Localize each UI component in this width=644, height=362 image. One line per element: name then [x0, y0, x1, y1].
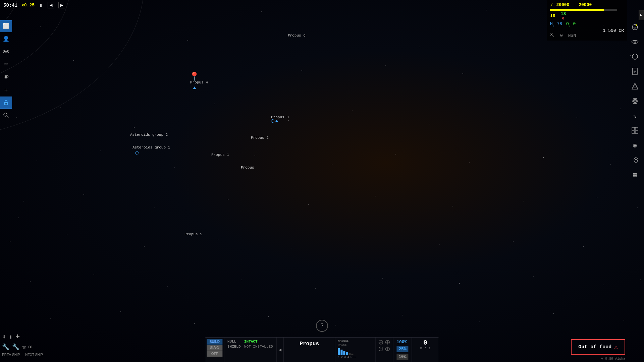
sidebar-gear1-icon[interactable]: ⊙⊙: [0, 46, 12, 58]
next-time-button[interactable]: ▶: [58, 2, 65, 8]
svg-point-43: [308, 204, 309, 204]
right-grid2-icon[interactable]: ▦: [628, 168, 642, 182]
planet-label-propus2[interactable]: Propus 2: [251, 136, 269, 140]
asteroid-group-2[interactable]: Asteroids group 2: [130, 133, 168, 137]
credits-display: 1 500 CR: [550, 28, 624, 33]
svg-point-49: [10, 241, 10, 242]
svg-point-58: [627, 238, 627, 238]
svg-point-48: [637, 207, 637, 208]
top-right-hud: ⚡ 20000 | 20000 18 180 H2 78 O2 0 1 500 …: [547, 0, 627, 41]
range-bar-4[interactable]: [346, 352, 348, 355]
svg-line-93: [7, 116, 8, 118]
range-bar-3[interactable]: [343, 351, 345, 355]
svg-point-11: [73, 60, 74, 61]
slvg-button[interactable]: SLVG: [207, 345, 222, 351]
range-bar-2[interactable]: [340, 350, 342, 355]
right-document-icon[interactable]: [628, 64, 642, 78]
svg-rect-110: [635, 131, 638, 133]
ship-name: Propus: [289, 339, 329, 349]
range-numbers: 1 2 3 4 5 6: [338, 356, 372, 359]
pct-panel: 100% 25% 10%: [393, 338, 412, 362]
game-speed: x0.25: [21, 3, 35, 8]
svg-point-37: [543, 157, 544, 158]
plus-icon[interactable]: +: [15, 333, 20, 341]
right-arrow-icon[interactable]: ↘: [628, 109, 642, 123]
svg-point-44: [375, 196, 376, 196]
right-grid-icon[interactable]: [628, 123, 642, 137]
bottom-hud: BUILD SLVG OFF HULL INTACT SHIELD NOT IN…: [205, 337, 438, 362]
planet-label-propus6[interactable]: Propus 6: [288, 34, 306, 38]
prev-time-button[interactable]: ◀: [48, 2, 54, 8]
svg-point-61: [167, 286, 168, 287]
right-eye-icon[interactable]: [628, 35, 642, 49]
hud-collapse-left[interactable]: ◀: [277, 338, 283, 362]
off-button[interactable]: OFF: [207, 351, 222, 357]
svg-point-3: [261, 11, 262, 12]
download-icon[interactable]: ⬇: [2, 333, 6, 341]
right-eye2-icon[interactable]: ◉: [628, 138, 642, 152]
svg-point-25: [352, 111, 353, 111]
svg-point-34: [332, 164, 332, 164]
right-atom-icon[interactable]: [628, 94, 642, 108]
range-bar-1[interactable]: [338, 348, 340, 355]
right-spiral-icon[interactable]: [628, 153, 642, 167]
prev-ship-button[interactable]: PREV SHIP: [2, 353, 20, 357]
wrench-icon[interactable]: 🔧: [2, 343, 9, 351]
right-triangle-grid-icon[interactable]: [628, 79, 642, 93]
svg-point-45: [452, 206, 453, 206]
planet-propus3[interactable]: Propus 3: [271, 115, 289, 119]
location-pin[interactable]: 📍: [189, 71, 200, 82]
top-left-hud: 50:41 x0.25 II ◀ ▶: [0, 0, 68, 10]
planet-label-propus5[interactable]: Propus 5: [184, 232, 202, 236]
sidebar-crew-icon[interactable]: 👤: [0, 33, 12, 45]
sidebar-search-icon[interactable]: [0, 109, 12, 121]
svg-point-59: [30, 281, 30, 282]
svg-rect-107: [632, 127, 635, 130]
svg-point-63: [315, 288, 316, 289]
sidebar-cube-icon[interactable]: ⬜: [0, 20, 12, 32]
svg-point-27: [503, 114, 503, 114]
collapse-panel-button[interactable]: ▶: [639, 10, 644, 20]
weapon-slots: [375, 338, 393, 362]
mode-buttons-panel: BUILD SLVG OFF: [205, 338, 224, 362]
sidebar-hp-label[interactable]: HP: [0, 71, 12, 83]
sidebar-gear2-icon[interactable]: ⊙⊙: [0, 58, 12, 70]
right-refresh-icon[interactable]: [628, 20, 642, 34]
infinity-icon[interactable]: ∞: [29, 343, 33, 351]
manual-label: MANUAL: [338, 340, 372, 343]
out-of-food-notification[interactable]: Out of food ⚠: [571, 339, 625, 355]
pause-button[interactable]: II: [39, 2, 44, 8]
pct-10[interactable]: 10%: [396, 354, 408, 360]
planet-label-propus1[interactable]: Propus 1: [211, 153, 229, 157]
upload-icon[interactable]: ⬆: [9, 333, 13, 341]
svg-point-71: [194, 323, 195, 323]
h2-label: H2 78: [550, 21, 562, 27]
range-bar-6[interactable]: [351, 354, 353, 355]
svg-point-22: [134, 127, 135, 128]
svg-point-53: [291, 248, 292, 248]
target-icon-2: [385, 340, 390, 345]
svg-point-1: [114, 15, 114, 15]
svg-point-60: [94, 275, 94, 275]
sidebar-crosshair-icon[interactable]: ✛: [0, 84, 12, 96]
asteroid-group-1[interactable]: Asteroids group 1: [132, 145, 170, 149]
crew-max: 180: [561, 11, 566, 20]
svg-point-52: [218, 239, 218, 240]
help-button[interactable]: ?: [316, 320, 328, 332]
range-bar-5[interactable]: [348, 353, 351, 355]
pct-25[interactable]: 25%: [396, 346, 408, 352]
svg-point-70: [120, 311, 121, 312]
range-bars[interactable]: [338, 348, 372, 355]
svg-point-64: [382, 278, 382, 278]
hammer-icon[interactable]: ⚒: [22, 343, 26, 351]
sidebar-lock-icon[interactable]: [0, 97, 12, 109]
svg-point-21: [60, 107, 61, 108]
build-button[interactable]: BUILD: [207, 339, 222, 345]
right-circle-icon[interactable]: [628, 50, 642, 64]
next-ship-button[interactable]: NEXT SHIP: [25, 353, 43, 357]
svg-point-26: [429, 124, 429, 124]
planet-propus4-icon: [193, 85, 196, 91]
svg-rect-108: [635, 127, 638, 130]
tool-icon[interactable]: 🔧: [12, 343, 19, 351]
svg-point-28: [577, 117, 577, 117]
